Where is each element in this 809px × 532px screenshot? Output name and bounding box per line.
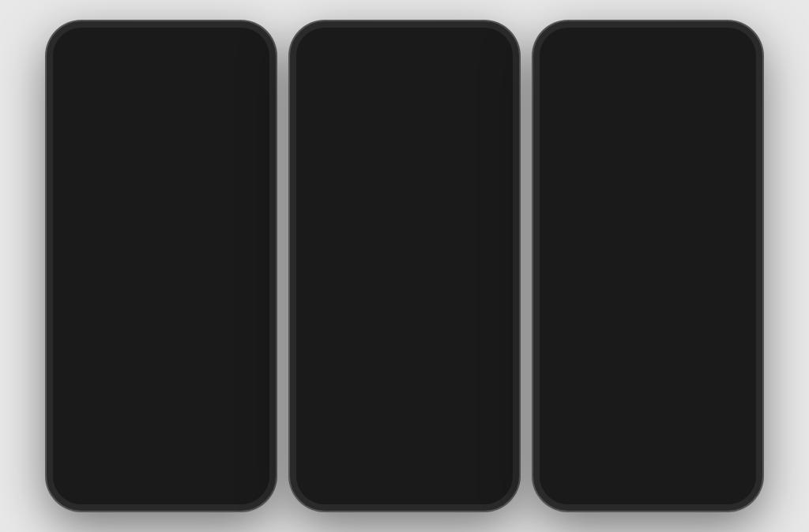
status-bar-3: 8:11 ▲ ●●● ▮ <box>540 56 756 84</box>
app-notes-p3[interactable]: 📝 Notes <box>547 334 594 381</box>
app-translate-p2[interactable]: A Translate <box>407 204 453 251</box>
app-translate-p3[interactable]: A Translate <box>650 133 697 178</box>
dock-mail-p3[interactable]: ✉ <box>607 452 645 490</box>
battery-phone-icon: 📱 <box>562 91 587 116</box>
status-icons-2: ▲ ●●● ▮ <box>461 70 497 81</box>
app-photos-p2[interactable]: Photos <box>407 254 453 302</box>
photos-label-p1: Photos <box>69 332 91 339</box>
translate-icon-p3: A <box>657 133 691 168</box>
app-clock-p2[interactable]: Clock <box>435 305 505 352</box>
app-youtube-p1[interactable]: ▶ YouTube <box>112 191 159 238</box>
app-notes-p2[interactable]: 📝 Notes <box>388 305 431 352</box>
dock-phone-p2[interactable]: 📞 <box>452 452 490 490</box>
weather-widget-area: 80° Expect rain in the next hour Intensi… <box>53 84 269 178</box>
dock-safari-p1[interactable]: 🧭 <box>164 452 202 490</box>
app-clock-p3[interactable]: Clock <box>650 334 697 381</box>
app-photos-p1[interactable]: Photos <box>61 292 99 339</box>
dock-phone-p1[interactable]: 📞 <box>209 452 246 490</box>
reminders-icon-p3: ● <box>604 334 642 372</box>
calendar-icon-p1: MON 22 <box>142 395 180 433</box>
clock-label-p3: Clock <box>664 373 683 381</box>
app-settings-p2[interactable]: ⚙ Settings <box>458 204 505 251</box>
app-calendar-p2[interactable]: MON 22 Calendar <box>435 357 505 404</box>
app-reminders-p3[interactable]: ● Reminders <box>599 334 645 381</box>
row3-p1: Photos 🏠 Home 🎵 The New Abnormal The Str… <box>53 292 269 392</box>
notes-label-p3: Notes <box>562 373 581 381</box>
dock-mail-p2[interactable]: ✉ <box>363 452 401 490</box>
app-settings-p1[interactable]: ⚙ Settings <box>112 242 159 289</box>
music-title-p2: The New Abnormal <box>353 104 484 114</box>
app-photos-p3[interactable]: Photos <box>650 283 697 331</box>
app-maps-p1[interactable]: 🗺 Maps <box>61 191 107 238</box>
phone-3-screen: 8:11 ▲ ●●● ▮ 📱 91% ⌚ 80% ✏ <box>540 28 756 504</box>
app-slack-p1[interactable]: # Slack <box>164 191 210 238</box>
app-youtube-p2[interactable]: ▶ YouTube <box>356 204 402 251</box>
cal-header-p2: MON <box>451 357 489 365</box>
dock-messages-p1[interactable]: 💬 <box>76 452 114 490</box>
app-camera-p2[interactable]: 📷 Camera <box>356 254 402 302</box>
top-row-p3: 📱 91% ⌚ 80% ✏ 48% 🎧 72% � <box>540 84 756 178</box>
podcast-widget-p2[interactable]: 1H 47M LEFT Ali Abdaal 🎙 <box>304 305 383 404</box>
dock-safari-p2[interactable]: 🧭 <box>408 452 446 490</box>
app-reminders-p1[interactable]: ● Reminders <box>215 242 262 289</box>
calendar-icon-p3: MON 22 <box>706 334 744 372</box>
app-maps-p3[interactable]: 🗺 Maps <box>650 84 697 129</box>
phone-1-screen: 7:23 ▲ ●●● ▮ 80° Expect rain in the next… <box>53 28 269 504</box>
podcast-icon-p2: 🎙 <box>371 309 378 318</box>
calendar-inner-p3: MON 22 <box>706 334 744 372</box>
clock-icon-p2 <box>451 305 489 343</box>
app-translate-p1[interactable]: A Translate <box>61 242 107 289</box>
app-home-p2[interactable]: 🏠 Home <box>458 254 505 302</box>
cal-divider-p3 <box>555 200 557 260</box>
app-youtube-p3[interactable]: ▶ YouTube <box>702 84 748 129</box>
camera-label-p2: Camera <box>366 294 391 302</box>
app-camera-p3[interactable]: 📷 Camera <box>599 283 645 331</box>
maps-icon-p2: 🗺 <box>309 204 347 242</box>
app-camera-p1[interactable]: 📷 Camera <box>215 191 262 238</box>
camera-label-p1: Camera <box>225 230 250 238</box>
reminders-icon-p2: ● <box>390 357 428 395</box>
calendar-widget-p3[interactable]: No more events today JUNE S M T W T F S … <box>547 193 748 268</box>
cal-header-t: T <box>660 210 675 215</box>
translate-label-p2: Translate <box>416 243 445 251</box>
dock-mail-p1[interactable]: ✉ <box>120 452 158 490</box>
app-notes-p1[interactable]: 📝 Notes <box>164 242 210 289</box>
music-widget-top-p2: The New Abnormal The Strokes ♪ <box>312 96 497 130</box>
dock-safari-p3[interactable]: 🧭 <box>651 452 689 490</box>
home-label-p1: Home <box>70 384 89 392</box>
app-reminders-p2[interactable]: ● Reminders <box>388 357 431 404</box>
app-calendar-p1[interactable]: MON 22 Calendar <box>130 395 194 442</box>
photos-icon-p1 <box>61 292 99 330</box>
slack-label-p1: Slack <box>178 230 195 238</box>
youtube-label-p3: YouTube <box>711 121 739 129</box>
maps-label-p2: Maps <box>318 243 336 251</box>
batteries-widget-p3[interactable]: 📱 91% ⌚ 80% ✏ 48% 🎧 72% <box>547 84 645 178</box>
signal-icon-3: ●●● <box>717 70 732 80</box>
batteries-label-p3: Batteries <box>540 181 756 189</box>
app-maps-p2[interactable]: 🗺 Maps <box>304 204 351 251</box>
app-settings-p3[interactable]: ⚙ Settings <box>702 133 748 178</box>
dock-messages-p3[interactable]: 💬 <box>563 452 600 490</box>
slack-icon-p1: # <box>168 191 206 229</box>
cal-header-sa: S <box>725 210 740 215</box>
dock-messages-p2[interactable]: 💬 <box>319 452 357 490</box>
app-clock-p1[interactable]: Clock <box>61 395 125 442</box>
app-home-p3[interactable]: 🏠 Home <box>702 283 748 331</box>
music-widget-p2[interactable]: The New Abnormal The Strokes ♪ ESSENTIAL… <box>304 88 505 184</box>
row3-p2: 1H 47M LEFT Ali Abdaal 🎙 📝 Notes ● Remin… <box>296 305 513 404</box>
battery-item-4: 🎧 72% <box>598 133 639 171</box>
music-widget-p1[interactable]: 🎵 The New Abnormal The Strokes <box>103 292 262 392</box>
app-calendar-p3[interactable]: MON 22 Calendar <box>702 334 748 381</box>
app-music-p1[interactable]: 🎵 Music <box>198 395 262 442</box>
time-now: Now <box>70 155 83 162</box>
time-2: 7:37 <box>312 69 331 81</box>
app-home-p1[interactable]: 🏠 Home <box>61 344 99 392</box>
translate-label-p1: Translate <box>70 281 99 289</box>
app-slack-p2[interactable]: # Slack <box>304 254 351 302</box>
dock-phone-p3[interactable]: 📞 <box>695 452 733 490</box>
app-slack-p3[interactable]: # Slack <box>547 283 594 331</box>
weather-widget[interactable]: 80° Expect rain in the next hour Intensi… <box>61 88 262 171</box>
calendar-date-p1: 22 <box>142 403 180 433</box>
reminders-label-p3: Reminders <box>605 373 640 381</box>
app-grid-row2-p1: A Translate ⚙ Settings 📝 Notes ● Reminde… <box>53 242 269 289</box>
